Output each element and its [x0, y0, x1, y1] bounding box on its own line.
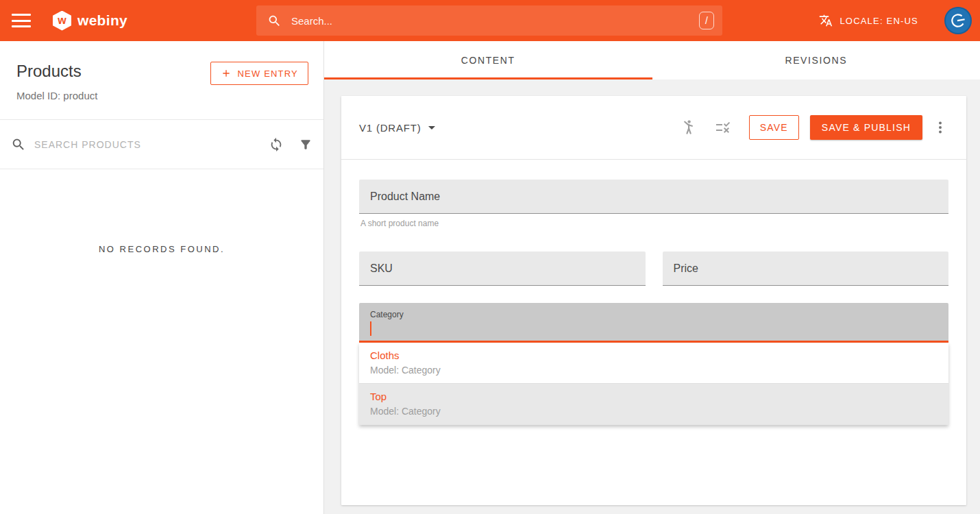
tab-bar: CONTENT REVISIONS	[324, 41, 980, 79]
refresh-button[interactable]	[269, 137, 284, 152]
product-name-label: Product Name	[370, 191, 440, 203]
locale-selector[interactable]: LOCALE: EN-US	[819, 14, 918, 27]
menu-icon[interactable]	[12, 14, 31, 27]
price-label: Price	[674, 262, 698, 275]
translate-icon	[819, 14, 833, 27]
new-entry-label: NEW ENTRY	[237, 69, 298, 79]
accessibility-icon	[679, 119, 697, 136]
sku-field[interactable]: SKU	[359, 252, 646, 286]
category-label: Category	[370, 310, 938, 319]
records-sidebar: Products Model ID: product NEW ENTRY NO …	[0, 41, 324, 514]
rule-checklist-icon	[715, 119, 731, 136]
category-dropdown: Cloths Model: Category Top Model: Catego…	[359, 343, 948, 425]
option-subtitle: Model: Category	[370, 365, 938, 376]
more-options-button[interactable]	[932, 119, 948, 136]
page-title: Products	[16, 62, 82, 81]
product-name-field[interactable]: Product Name	[359, 180, 948, 214]
sidebar-header: Products Model ID: product NEW ENTRY	[0, 41, 323, 120]
records-search-input[interactable]	[34, 139, 254, 150]
sku-price-row: SKU Price	[359, 252, 948, 286]
user-avatar[interactable]	[944, 7, 972, 34]
filter-button[interactable]	[299, 138, 313, 151]
tab-content[interactable]: CONTENT	[324, 41, 652, 79]
main-panel: CONTENT REVISIONS V1 (DRAFT) SAVE SAVE	[324, 41, 980, 514]
entry-form-body: Product Name A short product name SKU Pr…	[341, 160, 966, 425]
request-review-button[interactable]	[679, 119, 697, 136]
global-search-input[interactable]	[291, 15, 699, 27]
version-label: V1 (DRAFT)	[359, 122, 421, 134]
chevron-down-icon	[428, 126, 435, 130]
search-icon	[267, 14, 282, 28]
kebab-menu-icon	[932, 119, 948, 136]
records-search-bar	[0, 120, 323, 169]
top-bar: w webiny / LOCALE: EN-US	[0, 0, 980, 41]
option-title: Top	[370, 391, 938, 402]
text-cursor	[370, 321, 371, 336]
version-selector[interactable]: V1 (DRAFT)	[359, 122, 435, 134]
new-entry-button[interactable]: NEW ENTRY	[210, 62, 308, 85]
option-subtitle: Model: Category	[370, 406, 938, 417]
search-icon	[11, 137, 26, 152]
topbar-right: LOCALE: EN-US	[819, 0, 972, 41]
power-icon	[949, 12, 967, 29]
price-field[interactable]: Price	[663, 252, 949, 286]
category-option-top[interactable]: Top Model: Category	[359, 384, 948, 425]
save-and-publish-button[interactable]: SAVE & PUBLISH	[810, 115, 922, 140]
empty-state-message: NO RECORDS FOUND.	[0, 244, 323, 254]
option-title: Cloths	[370, 350, 938, 361]
brand-wordmark: webiny	[77, 12, 127, 29]
plus-icon	[221, 68, 232, 79]
workflow-status-button[interactable]	[715, 119, 731, 136]
filter-icon	[299, 138, 313, 151]
header-actions: SAVE SAVE & PUBLISH	[661, 115, 948, 140]
entry-form-header: V1 (DRAFT) SAVE SAVE & PUBLISH	[341, 96, 966, 160]
tab-revisions[interactable]: REVISIONS	[652, 41, 980, 79]
model-id-label: Model ID: product	[16, 90, 97, 101]
refresh-icon	[269, 137, 284, 152]
search-shortcut-badge: /	[699, 12, 714, 29]
locale-label: LOCALE: EN-US	[840, 16, 918, 26]
global-search[interactable]: /	[256, 5, 722, 36]
product-name-helper: A short product name	[360, 219, 948, 228]
entry-form-card: V1 (DRAFT) SAVE SAVE & PUBLISH	[341, 96, 966, 505]
webiny-logo[interactable]: w webiny	[53, 11, 127, 31]
sku-label: SKU	[370, 262, 393, 275]
category-option-cloths[interactable]: Cloths Model: Category	[359, 343, 948, 384]
category-field[interactable]: Category	[359, 303, 948, 343]
webiny-hexagon-icon: w	[53, 11, 71, 31]
save-button[interactable]: SAVE	[749, 115, 799, 140]
